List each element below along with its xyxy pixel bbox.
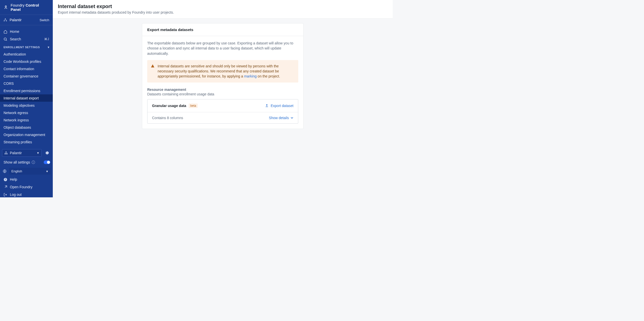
logout-icon bbox=[4, 193, 7, 197]
svg-rect-2 bbox=[4, 21, 5, 21]
nav-item-code-workbook-profiles[interactable]: Code Workbook profiles bbox=[0, 58, 53, 65]
open-foundry-label: Open Foundry bbox=[10, 185, 33, 189]
org-row: Palantir Switch bbox=[0, 15, 53, 25]
svg-rect-1 bbox=[5, 18, 6, 19]
show-details-button[interactable]: Show details bbox=[269, 116, 293, 120]
show-all-label: Show all settings bbox=[4, 160, 30, 164]
section-desc: Datasets containing enrollment usage dat… bbox=[147, 92, 298, 96]
show-details-label: Show details bbox=[269, 116, 289, 120]
chevron-down-icon bbox=[290, 116, 293, 119]
beta-badge: beta bbox=[189, 103, 197, 108]
svg-rect-3 bbox=[6, 21, 7, 21]
foundry-logo-icon bbox=[4, 5, 8, 10]
warning-callout: Internal datasets are sensitive and shou… bbox=[147, 60, 298, 83]
page-title: Internal dataset export bbox=[58, 4, 388, 9]
search-shortcut: ⌘J bbox=[44, 37, 49, 41]
chevron-down-icon: ▼ bbox=[46, 170, 48, 173]
org-dropdown-label: Palantir bbox=[10, 151, 22, 155]
sidebar-search-label: Search bbox=[10, 37, 21, 41]
nav-item-modeling-objectives[interactable]: Modeling objectives bbox=[0, 102, 53, 109]
svg-point-0 bbox=[5, 6, 6, 7]
search-icon bbox=[4, 37, 7, 41]
show-all-toggle[interactable] bbox=[44, 161, 50, 164]
svg-text:?: ? bbox=[5, 178, 6, 181]
page-subtitle: Export internal metadata datasets produc… bbox=[58, 10, 388, 14]
export-dataset-label: Export dataset bbox=[271, 104, 293, 108]
dataset-card: Granular usage data beta Export dataset … bbox=[147, 99, 298, 124]
chevron-down-icon: ▼ bbox=[37, 151, 39, 154]
org-settings-button[interactable] bbox=[43, 149, 51, 157]
log-out-label: Log out bbox=[10, 193, 22, 197]
gear-icon bbox=[45, 151, 49, 155]
svg-rect-6 bbox=[5, 154, 6, 154]
language-label: English bbox=[11, 169, 22, 173]
sidebar-home[interactable]: Home bbox=[0, 28, 53, 35]
svg-point-4 bbox=[4, 38, 6, 40]
chevron-down-icon: ▾ bbox=[48, 45, 49, 49]
external-link-icon bbox=[4, 185, 7, 189]
svg-rect-10 bbox=[33, 162, 33, 163]
nav-item-object-databases[interactable]: Object databases bbox=[0, 124, 53, 131]
card-intro: The exportable datasets below are groupe… bbox=[147, 41, 298, 56]
sidebar-search[interactable]: Search ⌘J bbox=[0, 35, 53, 43]
open-foundry-link[interactable]: Open Foundry bbox=[2, 183, 51, 191]
info-icon bbox=[32, 161, 35, 164]
warning-icon bbox=[151, 64, 155, 79]
export-card: Export metadata datasets The exportable … bbox=[142, 23, 304, 129]
page-header: Internal dataset export Export internal … bbox=[53, 0, 393, 19]
nav-item-contact-information[interactable]: Contact information bbox=[0, 65, 53, 72]
dataset-title: Granular usage data bbox=[152, 104, 186, 108]
nav-item-container-governance[interactable]: Container governance bbox=[0, 72, 53, 80]
svg-point-11 bbox=[33, 161, 34, 162]
marking-link[interactable]: marking bbox=[244, 74, 257, 78]
help-icon: ? bbox=[4, 178, 7, 181]
card-header: Export metadata datasets bbox=[142, 23, 303, 36]
nav-item-cors[interactable]: CORS bbox=[0, 80, 53, 87]
org-tree-icon bbox=[4, 151, 8, 155]
org-switch-link[interactable]: Switch bbox=[40, 18, 49, 22]
upload-icon bbox=[265, 104, 269, 108]
content-area: Export metadata datasets The exportable … bbox=[53, 19, 393, 197]
nav-item-enrollment-permissions[interactable]: Enrollment permissions bbox=[0, 87, 53, 94]
org-dropdown[interactable]: Palantir ▼ bbox=[2, 149, 42, 157]
nav-item-network-egress[interactable]: Network egress bbox=[0, 109, 53, 116]
app-header: Foundry Control Panel bbox=[0, 0, 53, 15]
org-name: Palantir bbox=[10, 18, 21, 22]
section-title: Resource management bbox=[147, 88, 298, 92]
svg-rect-8 bbox=[7, 154, 8, 154]
export-dataset-button[interactable]: Export dataset bbox=[265, 104, 293, 108]
main: Internal dataset export Export internal … bbox=[53, 0, 393, 197]
dataset-columns-text: Contains 8 columns bbox=[152, 116, 183, 120]
nav-item-organization-management[interactable]: Organization management bbox=[0, 131, 53, 138]
nav-item-streaming-profiles[interactable]: Streaming profiles bbox=[0, 138, 53, 146]
nav-list: AuthenticationCode Workbook profilesCont… bbox=[0, 50, 53, 146]
svg-rect-5 bbox=[6, 151, 7, 152]
sidebar-home-label: Home bbox=[10, 30, 19, 34]
hierarchy-icon bbox=[4, 18, 7, 22]
help-link[interactable]: ? Help bbox=[2, 176, 51, 183]
help-label: Help bbox=[10, 177, 17, 181]
enrollment-settings-header[interactable]: ENROLLMENT SETTINGS ▾ bbox=[0, 43, 53, 50]
nav-item-internal-dataset-export[interactable]: Internal dataset export bbox=[0, 94, 53, 102]
section-header-label: ENROLLMENT SETTINGS bbox=[4, 46, 40, 49]
svg-rect-7 bbox=[6, 154, 7, 154]
nav-item-network-ingress[interactable]: Network ingress bbox=[0, 116, 53, 124]
app-name: Foundry Control Panel bbox=[11, 3, 49, 12]
show-all-settings-row: Show all settings bbox=[2, 159, 51, 167]
sidebar: Foundry Control Panel Palantir Switch bbox=[0, 0, 53, 197]
globe-icon bbox=[2, 169, 7, 173]
language-select[interactable]: English ▼ bbox=[9, 168, 51, 175]
warning-text: Internal datasets are sensitive and shou… bbox=[158, 64, 294, 79]
log-out-link[interactable]: Log out bbox=[2, 191, 51, 197]
nav-item-authentication[interactable]: Authentication bbox=[0, 50, 53, 58]
home-icon bbox=[4, 30, 7, 34]
